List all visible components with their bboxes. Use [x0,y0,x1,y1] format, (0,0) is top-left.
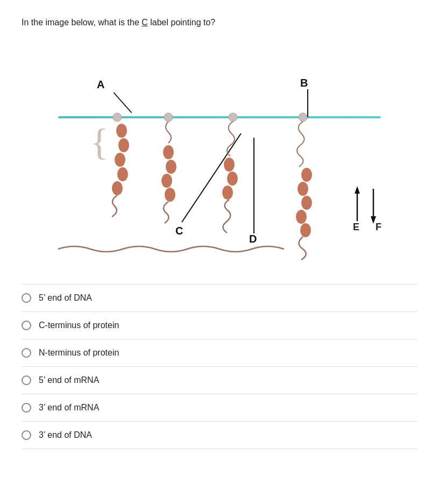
option-row-3[interactable]: N-terminus of protein [22,339,417,367]
label-a: A [97,79,104,91]
svg-point-20 [227,172,238,186]
svg-point-9 [118,138,129,152]
svg-point-12 [112,181,123,195]
svg-point-21 [222,186,233,200]
svg-point-16 [161,174,172,188]
answer-options: 5’ end of DNAC-terminus of proteinN-term… [22,284,417,449]
svg-line-0 [114,93,131,113]
svg-point-25 [301,196,312,210]
option-label-1: 5’ end of DNA [39,293,92,303]
svg-point-15 [166,160,176,174]
protein-chains: { [58,112,392,268]
svg-point-26 [296,210,307,224]
option-row-2[interactable]: C-terminus of protein [22,312,417,339]
radio-5[interactable] [22,403,31,413]
option-label-6: 3’ end of DNA [39,430,92,440]
option-row-6[interactable]: 3’ end of DNA [22,422,417,449]
option-row-1[interactable]: 5’ end of DNA [22,285,417,312]
svg-point-22 [299,113,307,122]
svg-point-8 [116,124,127,138]
option-label-4: 5’ end of mRNA [39,375,99,385]
radio-6[interactable] [22,430,31,440]
option-row-4[interactable]: 5’ end of mRNA [22,367,417,394]
option-label-2: C-terminus of protein [39,321,119,330]
svg-point-11 [117,167,128,181]
label-b: B [300,77,308,89]
option-row-5[interactable]: 3’ end of mRNA [22,394,417,422]
svg-point-27 [300,223,311,237]
radio-3[interactable] [22,348,31,358]
svg-point-6 [113,113,122,122]
svg-point-13 [164,113,173,122]
question-text: In the image below, what is the C label … [22,16,417,29]
svg-point-19 [224,158,235,172]
svg-point-24 [298,182,308,196]
diagram: A B C D E F { [26,42,413,268]
svg-point-17 [165,188,175,202]
svg-text:{: { [90,122,109,163]
svg-point-10 [115,153,125,167]
radio-2[interactable] [22,321,31,330]
option-label-3: N-terminus of protein [39,348,119,358]
svg-point-14 [163,145,174,159]
radio-4[interactable] [22,375,31,385]
svg-point-23 [301,168,312,182]
option-label-5: 3’ end of mRNA [39,403,99,413]
radio-1[interactable] [22,293,31,303]
svg-point-18 [229,113,237,122]
